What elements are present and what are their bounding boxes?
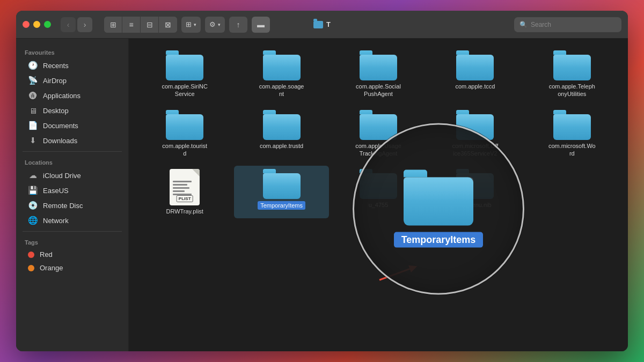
file-item-soagent[interactable]: com.apple.soagent (234, 47, 328, 101)
file-item-socialpush[interactable]: com.apple.SocialPushAgent (331, 47, 426, 101)
magnifier-overlay: TemporaryItems (353, 123, 524, 294)
folder-icon-siriNC (166, 50, 203, 80)
downloads-icon: ⬇ (28, 136, 38, 145)
sidebar-divider-1 (23, 151, 122, 152)
folder-icon-touristd (166, 110, 203, 140)
sidebar-item-recents[interactable]: 🕐 Recents (19, 58, 125, 73)
sidebar-red-label: Red (40, 250, 53, 258)
file-label-telephony: com.apple.TelephonyUtilities (549, 83, 595, 98)
apps-icon: 🅐 (28, 91, 38, 100)
file-item-telephony[interactable]: com.apple.TelephonyUtilities (525, 47, 619, 101)
nav-buttons: ‹ › (61, 17, 92, 32)
file-item-drwtray[interactable]: PLIST DRWTray.plist (137, 166, 232, 218)
cloud-icon: ☁ (28, 171, 38, 180)
sidebar-icloud-label: iCloud Drive (43, 172, 81, 180)
sidebar-applications-label: Applications (43, 92, 80, 100)
list-view-button[interactable]: ≡ (122, 17, 141, 33)
favourites-label: Favourites (16, 45, 128, 58)
airdrop-icon: 📡 (28, 76, 38, 85)
file-item-touristd[interactable]: com.apple.touristd (137, 107, 232, 161)
sidebar-desktop-label: Desktop (43, 107, 69, 115)
arrange-button[interactable]: ▬ (252, 17, 270, 33)
view-mode-group: ⊞ ≡ ⊟ ⊠ (104, 17, 177, 33)
view-dropdown[interactable]: ⊞ ▾ (181, 17, 201, 33)
folder-icon-usagetracking (360, 110, 397, 140)
sidebar-item-downloads[interactable]: ⬇ Downloads (19, 133, 125, 148)
sidebar-documents-label: Documents (43, 122, 78, 130)
clock-icon: 🕐 (28, 61, 38, 70)
magnifier-folder-icon (404, 170, 473, 226)
locations-label: Locations (16, 155, 128, 168)
close-button[interactable] (23, 21, 30, 28)
sidebar-item-documents[interactable]: 📄 Documents (19, 118, 125, 133)
gear-icon: ⚙ (209, 20, 216, 28)
file-label-drwtray: DRWTray.plist (166, 208, 203, 215)
tags-label: Tags (16, 235, 128, 248)
sidebar-item-airdrop[interactable]: 📡 AirDrop (19, 73, 125, 88)
dropdown-arrow: ▾ (194, 22, 196, 27)
plist-icon-drwtray: PLIST (170, 169, 200, 205)
file-item-trustd[interactable]: com.apple.trustd (234, 107, 328, 161)
search-bar[interactable]: 🔍 Search (514, 17, 621, 32)
folder-icon-temporaryitems (263, 169, 301, 199)
sidebar-easeus-label: EaseUS (43, 187, 69, 195)
gear-dropdown[interactable]: ⚙ ▾ (205, 17, 225, 33)
back-button[interactable]: ‹ (61, 17, 76, 32)
file-item-word[interactable]: com.microsoft.Word (525, 107, 619, 161)
toolbar: ⊞ ≡ ⊟ ⊠ ⊞ ▾ ⚙ ▾ ↑ ▬ (104, 17, 270, 33)
folder-icon-telephony (553, 50, 591, 80)
sidebar: Favourites 🕐 Recents 📡 AirDrop 🅐 Applica… (16, 39, 129, 351)
file-label-tccd: com.apple.tccd (455, 83, 495, 90)
window-title: T (326, 20, 331, 28)
desktop-icon: 🖥 (28, 106, 38, 115)
file-label-temporaryitems: TemporaryItems (258, 201, 305, 210)
file-item-siriNC[interactable]: com.apple.SiriNCService (137, 47, 232, 101)
network-icon: 🌐 (28, 216, 38, 225)
sidebar-item-desktop[interactable]: 🖥 Desktop (19, 103, 125, 118)
title-bar: ‹ › ⊞ ≡ ⊟ ⊠ ⊞ ▾ ⚙ ▾ ↑ ▬ T (16, 11, 628, 39)
share-button[interactable]: ↑ (229, 17, 247, 33)
gear-dropdown-arrow: ▾ (218, 22, 221, 27)
file-label-trustd: com.apple.trustd (260, 142, 303, 150)
search-placeholder: Search (531, 21, 551, 28)
file-label-soagent: com.apple.soagent (259, 83, 304, 98)
sidebar-item-orange[interactable]: Orange (19, 261, 125, 275)
folder-icon-soagent (263, 50, 301, 80)
window-title-area: T (313, 20, 331, 28)
finder-window: ‹ › ⊞ ≡ ⊟ ⊠ ⊞ ▾ ⚙ ▾ ↑ ▬ T (16, 11, 628, 351)
file-label-word: com.microsoft.Word (548, 142, 596, 158)
file-grid-area: com.apple.SiriNCService com.apple.soagen… (129, 39, 628, 351)
disc-icon: 💿 (28, 201, 38, 210)
icon-view-button[interactable]: ⊞ (104, 17, 122, 33)
title-folder-icon (313, 21, 323, 28)
sidebar-item-network[interactable]: 🌐 Network (19, 213, 125, 228)
main-content: Favourites 🕐 Recents 📡 AirDrop 🅐 Applica… (16, 39, 628, 351)
folder-icon-tccd (456, 50, 494, 80)
file-item-tccd[interactable]: com.apple.tccd (428, 47, 522, 101)
file-label-siriNC: com.apple.SiriNCService (162, 83, 208, 98)
fullscreen-button[interactable] (44, 21, 51, 28)
plist-tag: PLIST (177, 195, 193, 202)
folder-icon-word (553, 110, 591, 140)
forward-button[interactable]: › (77, 17, 92, 32)
sidebar-orange-label: Orange (40, 264, 63, 272)
sidebar-item-red[interactable]: Red (19, 248, 125, 261)
search-icon: 🔍 (519, 21, 528, 28)
file-item-temporaryitems[interactable]: TemporaryItems (234, 166, 328, 218)
sidebar-recents-label: Recents (43, 62, 69, 70)
sidebar-item-icloud[interactable]: ☁ iCloud Drive (19, 168, 125, 183)
column-view-button[interactable]: ⊟ (141, 17, 159, 33)
sidebar-item-remotedisc[interactable]: 💿 Remote Disc (19, 198, 125, 213)
sidebar-item-easeus[interactable]: 💾 EaseUS (19, 183, 125, 198)
magnifier-label: TemporaryItems (394, 232, 484, 248)
disk-icon: 💾 (28, 186, 38, 195)
sidebar-downloads-label: Downloads (43, 137, 77, 145)
folder-icon-trustd (263, 110, 301, 140)
docs-icon: 📄 (28, 121, 38, 130)
traffic-lights (23, 21, 51, 28)
gallery-view-button[interactable]: ⊠ (159, 17, 177, 33)
minimize-button[interactable] (33, 21, 40, 28)
sidebar-item-applications[interactable]: 🅐 Applications (19, 88, 125, 103)
sidebar-airdrop-label: AirDrop (43, 77, 67, 85)
folder-icon-socialpush (360, 50, 397, 80)
